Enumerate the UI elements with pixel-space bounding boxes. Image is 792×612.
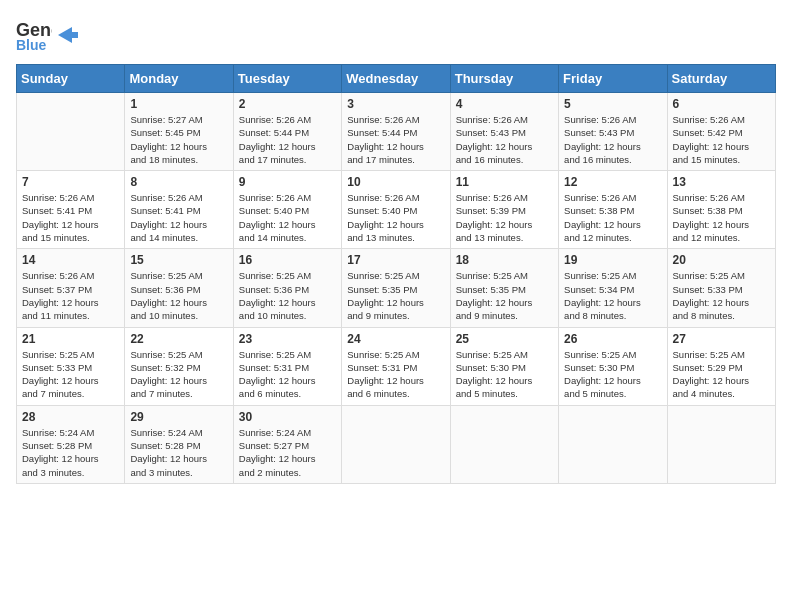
calendar-cell: 5Sunrise: 5:26 AM Sunset: 5:43 PM Daylig… <box>559 93 667 171</box>
day-info: Sunrise: 5:25 AM Sunset: 5:31 PM Dayligh… <box>239 348 336 401</box>
svg-text:Blue: Blue <box>16 37 47 52</box>
calendar-cell: 24Sunrise: 5:25 AM Sunset: 5:31 PM Dayli… <box>342 327 450 405</box>
day-number: 15 <box>130 253 227 267</box>
calendar-cell: 15Sunrise: 5:25 AM Sunset: 5:36 PM Dayli… <box>125 249 233 327</box>
day-info: Sunrise: 5:26 AM Sunset: 5:43 PM Dayligh… <box>456 113 553 166</box>
calendar-header-row: SundayMondayTuesdayWednesdayThursdayFrid… <box>17 65 776 93</box>
day-info: Sunrise: 5:25 AM Sunset: 5:35 PM Dayligh… <box>456 269 553 322</box>
calendar-cell: 10Sunrise: 5:26 AM Sunset: 5:40 PM Dayli… <box>342 171 450 249</box>
day-number: 18 <box>456 253 553 267</box>
calendar-cell <box>342 405 450 483</box>
day-number: 4 <box>456 97 553 111</box>
day-info: Sunrise: 5:26 AM Sunset: 5:38 PM Dayligh… <box>564 191 661 244</box>
calendar-cell: 21Sunrise: 5:25 AM Sunset: 5:33 PM Dayli… <box>17 327 125 405</box>
day-info: Sunrise: 5:26 AM Sunset: 5:41 PM Dayligh… <box>22 191 119 244</box>
calendar-cell <box>667 405 775 483</box>
day-number: 1 <box>130 97 227 111</box>
calendar-cell: 27Sunrise: 5:25 AM Sunset: 5:29 PM Dayli… <box>667 327 775 405</box>
day-info: Sunrise: 5:26 AM Sunset: 5:38 PM Dayligh… <box>673 191 770 244</box>
calendar-cell: 7Sunrise: 5:26 AM Sunset: 5:41 PM Daylig… <box>17 171 125 249</box>
calendar-cell: 19Sunrise: 5:25 AM Sunset: 5:34 PM Dayli… <box>559 249 667 327</box>
day-info: Sunrise: 5:26 AM Sunset: 5:44 PM Dayligh… <box>239 113 336 166</box>
calendar-cell: 18Sunrise: 5:25 AM Sunset: 5:35 PM Dayli… <box>450 249 558 327</box>
day-number: 27 <box>673 332 770 346</box>
day-info: Sunrise: 5:26 AM Sunset: 5:41 PM Dayligh… <box>130 191 227 244</box>
day-number: 6 <box>673 97 770 111</box>
day-info: Sunrise: 5:26 AM Sunset: 5:39 PM Dayligh… <box>456 191 553 244</box>
day-number: 10 <box>347 175 444 189</box>
calendar-cell <box>450 405 558 483</box>
calendar-cell: 23Sunrise: 5:25 AM Sunset: 5:31 PM Dayli… <box>233 327 341 405</box>
day-info: Sunrise: 5:25 AM Sunset: 5:33 PM Dayligh… <box>22 348 119 401</box>
calendar-cell <box>17 93 125 171</box>
day-number: 5 <box>564 97 661 111</box>
day-number: 7 <box>22 175 119 189</box>
day-info: Sunrise: 5:26 AM Sunset: 5:44 PM Dayligh… <box>347 113 444 166</box>
calendar-cell: 13Sunrise: 5:26 AM Sunset: 5:38 PM Dayli… <box>667 171 775 249</box>
day-number: 28 <box>22 410 119 424</box>
calendar-cell: 17Sunrise: 5:25 AM Sunset: 5:35 PM Dayli… <box>342 249 450 327</box>
calendar-day-header: Monday <box>125 65 233 93</box>
day-info: Sunrise: 5:26 AM Sunset: 5:40 PM Dayligh… <box>239 191 336 244</box>
day-number: 14 <box>22 253 119 267</box>
day-info: Sunrise: 5:25 AM Sunset: 5:36 PM Dayligh… <box>239 269 336 322</box>
day-number: 19 <box>564 253 661 267</box>
day-info: Sunrise: 5:25 AM Sunset: 5:35 PM Dayligh… <box>347 269 444 322</box>
calendar-day-header: Thursday <box>450 65 558 93</box>
logo: General Blue <box>16 16 78 52</box>
day-number: 9 <box>239 175 336 189</box>
calendar-cell: 1Sunrise: 5:27 AM Sunset: 5:45 PM Daylig… <box>125 93 233 171</box>
day-number: 16 <box>239 253 336 267</box>
calendar-cell: 20Sunrise: 5:25 AM Sunset: 5:33 PM Dayli… <box>667 249 775 327</box>
header: General Blue <box>16 16 776 52</box>
day-info: Sunrise: 5:25 AM Sunset: 5:34 PM Dayligh… <box>564 269 661 322</box>
calendar-cell: 29Sunrise: 5:24 AM Sunset: 5:28 PM Dayli… <box>125 405 233 483</box>
calendar-cell: 14Sunrise: 5:26 AM Sunset: 5:37 PM Dayli… <box>17 249 125 327</box>
logo-icon: General Blue <box>16 16 52 52</box>
calendar-week-row: 14Sunrise: 5:26 AM Sunset: 5:37 PM Dayli… <box>17 249 776 327</box>
day-number: 22 <box>130 332 227 346</box>
calendar-week-row: 1Sunrise: 5:27 AM Sunset: 5:45 PM Daylig… <box>17 93 776 171</box>
calendar-cell: 9Sunrise: 5:26 AM Sunset: 5:40 PM Daylig… <box>233 171 341 249</box>
calendar-cell: 16Sunrise: 5:25 AM Sunset: 5:36 PM Dayli… <box>233 249 341 327</box>
day-info: Sunrise: 5:25 AM Sunset: 5:31 PM Dayligh… <box>347 348 444 401</box>
calendar-cell: 2Sunrise: 5:26 AM Sunset: 5:44 PM Daylig… <box>233 93 341 171</box>
day-info: Sunrise: 5:26 AM Sunset: 5:37 PM Dayligh… <box>22 269 119 322</box>
calendar-cell: 11Sunrise: 5:26 AM Sunset: 5:39 PM Dayli… <box>450 171 558 249</box>
calendar-cell: 4Sunrise: 5:26 AM Sunset: 5:43 PM Daylig… <box>450 93 558 171</box>
calendar-week-row: 7Sunrise: 5:26 AM Sunset: 5:41 PM Daylig… <box>17 171 776 249</box>
calendar-day-header: Wednesday <box>342 65 450 93</box>
day-info: Sunrise: 5:26 AM Sunset: 5:40 PM Dayligh… <box>347 191 444 244</box>
day-info: Sunrise: 5:24 AM Sunset: 5:28 PM Dayligh… <box>130 426 227 479</box>
calendar-cell <box>559 405 667 483</box>
calendar-day-header: Friday <box>559 65 667 93</box>
calendar-day-header: Tuesday <box>233 65 341 93</box>
calendar-cell: 6Sunrise: 5:26 AM Sunset: 5:42 PM Daylig… <box>667 93 775 171</box>
calendar-day-header: Saturday <box>667 65 775 93</box>
calendar-cell: 28Sunrise: 5:24 AM Sunset: 5:28 PM Dayli… <box>17 405 125 483</box>
calendar-cell: 8Sunrise: 5:26 AM Sunset: 5:41 PM Daylig… <box>125 171 233 249</box>
day-info: Sunrise: 5:24 AM Sunset: 5:27 PM Dayligh… <box>239 426 336 479</box>
calendar-week-row: 21Sunrise: 5:25 AM Sunset: 5:33 PM Dayli… <box>17 327 776 405</box>
day-info: Sunrise: 5:26 AM Sunset: 5:42 PM Dayligh… <box>673 113 770 166</box>
calendar-day-header: Sunday <box>17 65 125 93</box>
calendar-cell: 22Sunrise: 5:25 AM Sunset: 5:32 PM Dayli… <box>125 327 233 405</box>
day-info: Sunrise: 5:25 AM Sunset: 5:30 PM Dayligh… <box>456 348 553 401</box>
day-info: Sunrise: 5:25 AM Sunset: 5:29 PM Dayligh… <box>673 348 770 401</box>
day-number: 23 <box>239 332 336 346</box>
day-number: 20 <box>673 253 770 267</box>
day-number: 30 <box>239 410 336 424</box>
day-number: 11 <box>456 175 553 189</box>
day-number: 12 <box>564 175 661 189</box>
day-number: 17 <box>347 253 444 267</box>
day-number: 24 <box>347 332 444 346</box>
svg-marker-2 <box>58 27 78 43</box>
calendar-week-row: 28Sunrise: 5:24 AM Sunset: 5:28 PM Dayli… <box>17 405 776 483</box>
calendar-cell: 26Sunrise: 5:25 AM Sunset: 5:30 PM Dayli… <box>559 327 667 405</box>
day-number: 21 <box>22 332 119 346</box>
day-info: Sunrise: 5:25 AM Sunset: 5:32 PM Dayligh… <box>130 348 227 401</box>
day-info: Sunrise: 5:26 AM Sunset: 5:43 PM Dayligh… <box>564 113 661 166</box>
logo-arrow-icon <box>58 27 78 43</box>
day-info: Sunrise: 5:27 AM Sunset: 5:45 PM Dayligh… <box>130 113 227 166</box>
calendar-cell: 30Sunrise: 5:24 AM Sunset: 5:27 PM Dayli… <box>233 405 341 483</box>
